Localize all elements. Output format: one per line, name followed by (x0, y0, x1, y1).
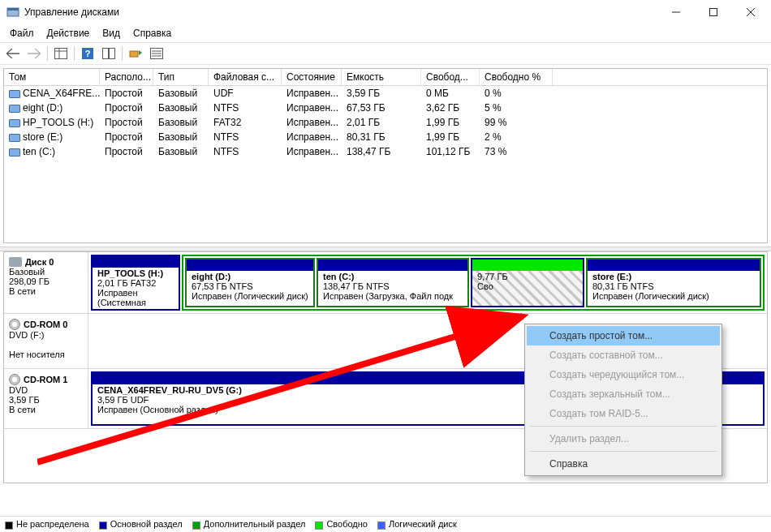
disk-row-0: Диск 0 Базовый 298,09 ГБ В сети HP_TOOLS… (4, 252, 767, 314)
cd-icon (9, 374, 20, 385)
col-pct[interactable]: Свободно % (480, 69, 553, 85)
toolbar: ? (0, 42, 771, 65)
table-row[interactable]: HP_TOOLS (H:)ПростойБазовыйFAT32Исправен… (4, 115, 767, 130)
svg-rect-6 (55, 49, 67, 59)
menu-create-spanned-volume[interactable]: Создать составной том... (527, 345, 720, 365)
extended-partition: eight (D:) 67,53 ГБ NTFS Исправен (Логич… (182, 255, 765, 311)
table-row[interactable]: ten (C:)ПростойБазовыйNTFSИсправен...138… (4, 144, 767, 159)
menu-delete-partition[interactable]: Удалить раздел... (527, 429, 720, 448)
table-header: Том Располо... Тип Файловая с... Состоян… (4, 69, 767, 86)
col-fs[interactable]: Файловая с... (209, 69, 282, 85)
disk-icon (9, 257, 22, 267)
disk-label[interactable]: CD-ROM 1 DVD 3,59 ГБ В сети (4, 369, 88, 428)
app-icon (6, 6, 19, 19)
volume-icon (9, 134, 20, 142)
volume-icon (9, 90, 20, 98)
volume-icon (9, 148, 20, 157)
col-state[interactable]: Состояние (282, 69, 342, 85)
separator-icon (47, 46, 48, 61)
partition-free[interactable]: 9,77 ГБ Сво (471, 258, 584, 307)
cd-icon (9, 319, 20, 330)
volume-table: Том Располо... Тип Файловая с... Состоян… (3, 68, 768, 243)
back-button[interactable] (3, 45, 23, 62)
legend-primary: Основной раздел (99, 519, 183, 529)
menu-view[interactable]: Вид (96, 26, 127, 41)
status-bar: Не распределена Основной раздел Дополнит… (0, 516, 771, 532)
help-button[interactable]: ? (78, 45, 97, 62)
partition-store[interactable]: store (E:) 80,31 ГБ NTFS Исправен (Логич… (586, 258, 761, 307)
col-layout[interactable]: Располо... (100, 69, 153, 85)
legend-logical: Логический диск (377, 519, 457, 529)
menu-create-mirrored-volume[interactable]: Создать зеркальный том... (527, 384, 720, 404)
maximize-button[interactable] (695, 0, 732, 24)
window-title: Управление дисками (24, 6, 657, 18)
volume-icon (9, 105, 20, 113)
svg-rect-13 (130, 51, 138, 57)
separator-icon (122, 46, 123, 61)
disk-label[interactable]: CD-ROM 0 DVD (F:) Нет носителя (4, 314, 88, 368)
col-free[interactable]: Свобод... (421, 69, 480, 85)
volume-icon (9, 119, 20, 127)
menubar: Файл Действие Вид Справка (0, 24, 771, 42)
col-volume[interactable]: Том (4, 69, 100, 85)
close-button[interactable] (732, 0, 769, 24)
separator-icon (74, 46, 75, 61)
menu-create-striped-volume[interactable]: Создать чередующийся том... (527, 365, 720, 384)
menu-separator (530, 426, 717, 427)
partition-eight[interactable]: eight (D:) 67,53 ГБ NTFS Исправен (Логич… (185, 258, 315, 307)
legend-extended: Дополнительный раздел (192, 519, 306, 529)
table-row[interactable]: store (E:)ПростойБазовыйNTFSИсправен...8… (4, 130, 767, 144)
svg-rect-12 (110, 49, 115, 59)
menu-action[interactable]: Действие (41, 26, 97, 41)
disk-body: HP_TOOLS (H:) 2,01 ГБ FAT32 Исправен (Си… (88, 252, 767, 313)
toolbar-view-button[interactable] (51, 45, 71, 62)
minimize-button[interactable] (657, 0, 695, 24)
svg-rect-3 (710, 9, 717, 16)
partition-ten[interactable]: ten (C:) 138,47 ГБ NTFS Исправен (Загруз… (317, 258, 469, 307)
table-row[interactable]: eight (D:)ПростойБазовыйNTFSИсправен...6… (4, 101, 767, 115)
toolbar-panes-button[interactable] (99, 45, 118, 62)
svg-rect-1 (7, 8, 19, 11)
titlebar: Управление дисками (0, 0, 771, 24)
toolbar-refresh-button[interactable] (126, 45, 145, 62)
menu-help[interactable]: Справка (127, 26, 178, 41)
svg-rect-11 (103, 49, 109, 59)
menu-create-simple-volume[interactable]: Создать простой том... (527, 326, 720, 345)
menu-separator (530, 451, 717, 452)
toolbar-list-button[interactable] (147, 45, 166, 62)
menu-create-raid5-volume[interactable]: Создать том RAID-5... (527, 404, 720, 423)
forward-button[interactable] (24, 45, 44, 62)
col-type[interactable]: Тип (153, 69, 209, 85)
menu-file[interactable]: Файл (3, 26, 41, 41)
legend-unallocated: Не распределена (5, 519, 89, 529)
menu-help[interactable]: Справка (527, 454, 720, 474)
table-row[interactable]: CENA_X64FRE...ПростойБазовыйUDFИсправен.… (4, 86, 767, 101)
context-menu: Создать простой том... Создать составной… (524, 324, 722, 476)
disk-label[interactable]: Диск 0 Базовый 298,09 ГБ В сети (4, 252, 88, 313)
legend-free: Свободно (315, 519, 368, 529)
table-body: CENA_X64FRE...ПростойБазовыйUDFИсправен.… (4, 86, 767, 159)
partition-hp-tools[interactable]: HP_TOOLS (H:) 2,01 ГБ FAT32 Исправен (Си… (91, 255, 180, 311)
col-cap[interactable]: Емкость (342, 69, 421, 85)
svg-text:?: ? (85, 49, 91, 58)
